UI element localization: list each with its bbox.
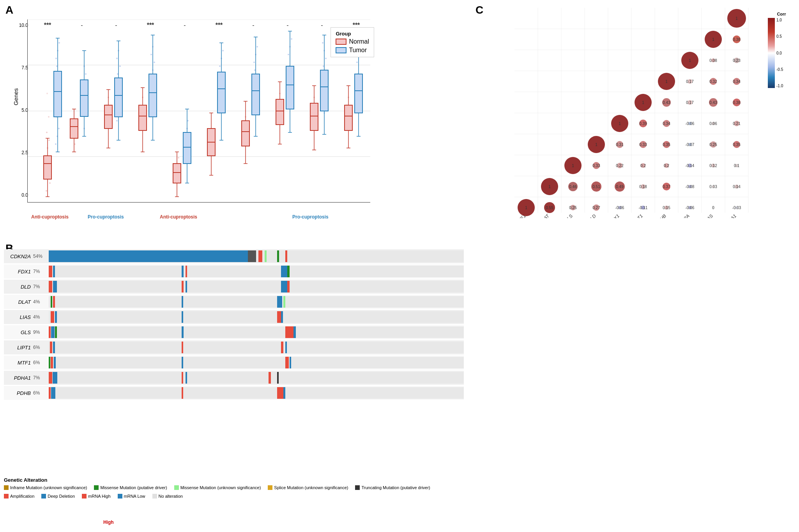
svg-text:GLS: GLS: [563, 213, 574, 218]
amp-block: [258, 250, 263, 262]
track-pdhb: [49, 387, 464, 399]
miss: [287, 266, 289, 277]
pct-mtf1: 6%: [33, 360, 49, 365]
svg-text:1: 1: [572, 164, 574, 168]
del3: [281, 281, 287, 292]
svg-point-16: [46, 93, 48, 94]
svg-text:1: 1: [642, 100, 644, 105]
cdkn2a-boxplot: [44, 38, 62, 197]
miss2: [283, 296, 285, 308]
del3: [281, 311, 283, 323]
del: [53, 281, 57, 292]
svg-text:0.35: 0.35: [663, 143, 670, 147]
svg-text:CDKN2A: CDKN2A: [673, 213, 691, 218]
svg-text:0.1: 0.1: [734, 164, 739, 168]
del-color: [41, 494, 46, 499]
amp: [51, 357, 53, 368]
tumor-legend-color: [336, 47, 346, 53]
svg-point-24: [55, 58, 57, 59]
svg-text:-: -: [286, 22, 288, 28]
gene-label-gls: GLS: [4, 329, 33, 335]
svg-text:LIPT1: LIPT1: [631, 213, 644, 218]
svg-point-14: [46, 190, 47, 192]
normal-legend-color: [336, 39, 346, 45]
amp3: [281, 342, 283, 353]
svg-text:PDHB: PDHB: [654, 213, 667, 218]
svg-rect-134: [183, 132, 191, 164]
track-pdha1: [49, 372, 464, 384]
mrna-low-color: [118, 494, 122, 499]
svg-text:0.22: 0.22: [616, 164, 624, 168]
mutation-tracks: CDKN2A 54% FDX1 7%: [4, 249, 464, 401]
svg-text:1: 1: [548, 185, 551, 189]
del2: [182, 311, 183, 323]
missense-driver-label: Missense Mutation (putative driver): [100, 485, 167, 490]
svg-text:0.33: 0.33: [592, 164, 600, 168]
pct-pdha1: 7%: [33, 375, 49, 381]
gene-label-pdha1: PDHA1: [4, 375, 33, 381]
svg-text:1: 1: [665, 79, 668, 84]
del3: [293, 326, 295, 338]
corr-val-neg1: -1.0: [776, 84, 783, 88]
amp2: [285, 357, 289, 368]
mrna-high-label: mRNA High: [88, 494, 110, 499]
del2: [182, 266, 184, 277]
splice-label: Splice Mutation (unknown significance): [274, 485, 348, 490]
svg-rect-92: [115, 78, 122, 117]
svg-text:0.34: 0.34: [733, 79, 741, 84]
gene-label-dlat: DLAT: [4, 299, 33, 305]
svg-text:0.03: 0.03: [709, 185, 717, 189]
del3: [281, 266, 287, 277]
gene-label-lias: LIAS: [4, 314, 33, 320]
track-cdkn2a: [49, 250, 464, 262]
svg-point-84: [116, 58, 118, 59]
gene-label-fdx1: FDX1: [4, 269, 33, 275]
amp2: [182, 372, 183, 384]
svg-point-85: [119, 65, 121, 67]
amp: [49, 281, 52, 292]
mutation-row-dld: DLD 7%: [4, 280, 464, 294]
track-dlat: [49, 296, 464, 308]
del2: [285, 342, 287, 353]
svg-text:-: -: [115, 22, 117, 28]
truncating-label: Truncating Mutation (putative driver): [361, 485, 430, 490]
svg-point-15: [48, 116, 49, 118]
del2: [186, 281, 187, 292]
svg-text:0.38: 0.38: [733, 100, 741, 105]
svg-text:-0.14: -0.14: [686, 164, 695, 168]
amp-label: Amplification: [10, 494, 34, 499]
del: [53, 342, 55, 353]
gene-label-cdkn2a: CDKN2A: [4, 254, 33, 259]
svg-text:1: 1: [712, 37, 714, 42]
svg-text:0.39: 0.39: [639, 122, 647, 126]
svg-rect-165: [242, 121, 249, 146]
pct-gls: 9%: [33, 329, 49, 335]
group-legend-title: Group: [336, 31, 369, 37]
svg-text:0.51: 0.51: [592, 185, 600, 189]
svg-text:DLD: DLD: [587, 213, 597, 218]
legend-truncating: Truncating Mutation (putative driver): [355, 485, 430, 490]
amp2: [186, 266, 187, 277]
svg-point-213: [325, 58, 327, 59]
del: [53, 266, 55, 277]
svg-text:0.17: 0.17: [686, 100, 694, 105]
amp-color: [4, 494, 9, 499]
pct-cdkn2a: 54%: [33, 254, 49, 259]
pro-cuproptosis-2: Pro-cuproptosis: [292, 214, 329, 220]
svg-rect-114: [149, 74, 157, 117]
svg-point-148: [219, 65, 221, 67]
mutation-row-lias: LIAS 4%: [4, 310, 464, 324]
del-label: Deep Deletion: [48, 494, 75, 499]
amp3: [287, 281, 289, 292]
svg-rect-123: [173, 164, 181, 183]
del2: [186, 372, 187, 384]
svg-text:LIAS: LIAS: [703, 213, 714, 218]
svg-text:0.21: 0.21: [733, 122, 741, 126]
svg-point-120: [178, 157, 179, 159]
track-fdx1: [49, 266, 464, 277]
y-axis: 10.0 7.5 5.0 2.5 0.0: [16, 23, 28, 198]
miss: [51, 296, 52, 308]
del: [55, 311, 57, 323]
svg-text:0.18: 0.18: [639, 185, 647, 189]
svg-rect-177: [252, 74, 260, 115]
